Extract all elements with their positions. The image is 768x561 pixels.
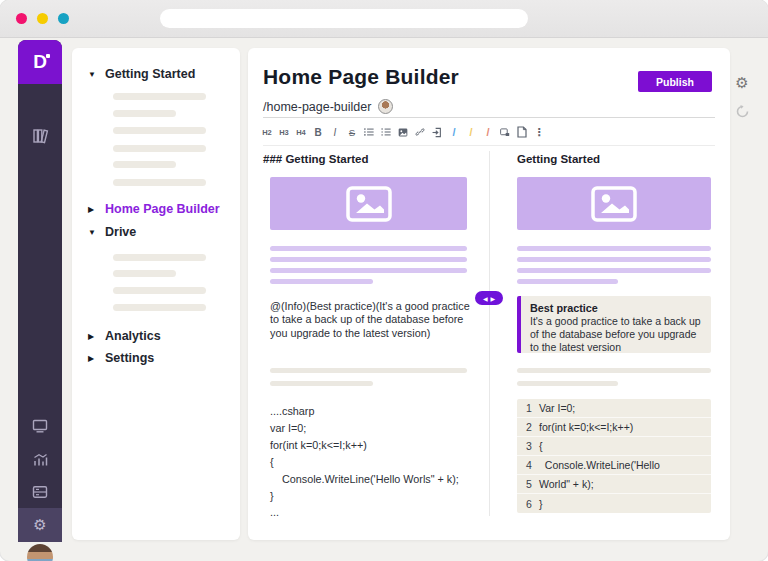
callout-body: It's a good practice to take a back up o… — [530, 315, 702, 354]
analytics-icon[interactable] — [18, 446, 62, 474]
header-divider — [263, 117, 715, 118]
code-text: } — [539, 498, 543, 510]
image-icon — [591, 186, 637, 222]
line-number: 3 — [517, 440, 539, 452]
preview-heading: Getting Started — [517, 153, 600, 165]
code-line: Console.WriteLine('Hello Worls" + k); — [270, 473, 459, 485]
callout-title: Best practice — [530, 302, 702, 314]
red-slash-button[interactable]: / — [483, 125, 493, 139]
nav-item-label: Home Page Builder — [105, 202, 220, 216]
skeleton-line — [113, 145, 206, 152]
code-text: Console.WriteLine('Hello — [539, 459, 660, 471]
user-avatar[interactable] — [27, 544, 53, 561]
pane-resize-handle[interactable]: ◀ ▶ — [475, 291, 503, 305]
numbered-list-button[interactable] — [381, 125, 391, 139]
page-slug-row: /home-page-builder — [263, 99, 393, 114]
image-placeholder — [517, 177, 711, 230]
heading3-button[interactable]: H3 — [279, 125, 289, 139]
monitor-icon[interactable] — [18, 412, 62, 440]
page-title: Home Page Builder — [263, 65, 459, 89]
history-icon[interactable] — [733, 102, 751, 120]
heading2-button[interactable]: H2 — [262, 125, 272, 139]
skeleton-line — [113, 110, 176, 117]
line-number: 6 — [517, 498, 539, 510]
skeleton-line — [113, 93, 206, 100]
close-button[interactable] — [16, 13, 27, 24]
code-row: 2for(int k=0;k<=I;k++) — [517, 418, 711, 437]
publish-button[interactable]: Publish — [638, 71, 712, 92]
knowledge-base-icon[interactable] — [18, 122, 62, 150]
skeleton-line — [113, 161, 176, 168]
markdown-code-source[interactable]: ....csharp var I=0; for(int k=0;k<=I;k++… — [270, 403, 459, 521]
drive-storage-icon[interactable] — [18, 478, 62, 506]
toolbar-divider — [263, 145, 715, 146]
heading4-button[interactable]: H4 — [296, 125, 306, 139]
code-line: { — [270, 456, 274, 468]
yellow-slash-button[interactable]: / — [466, 125, 476, 139]
pane-divider — [489, 151, 490, 516]
more-options-button[interactable]: ⋮ — [534, 125, 544, 139]
skeleton-line — [270, 246, 467, 251]
chevron-right-icon: ▶ — [88, 205, 98, 214]
icon-rail: D ⚙ — [18, 40, 62, 541]
markdown-callout-source[interactable]: @(Info)(Best practice)(It's a good pract… — [270, 300, 474, 340]
skeleton-line — [270, 268, 467, 273]
address-bar[interactable] — [160, 9, 528, 28]
code-preview-block: 1Var I=0; 2for(int k=0;k<=I;k++) 3{ 4 Co… — [517, 399, 711, 513]
bullet-list-button[interactable] — [364, 125, 374, 139]
insert-link-button[interactable] — [415, 125, 425, 139]
nav-item-getting-started[interactable]: ▼ Getting Started — [88, 67, 195, 81]
app-window: D ⚙ ▼ Getting Started ▶ Home Page Build — [0, 0, 768, 561]
skeleton-line — [270, 368, 467, 373]
settings-icon[interactable]: ⚙ — [18, 511, 62, 539]
embed-button[interactable] — [432, 125, 442, 139]
code-row: 3{ — [517, 437, 711, 456]
editor-panel: Home Page Builder /home-page-builder Pub… — [248, 48, 730, 540]
arrow-left-icon: ◀ — [483, 295, 488, 302]
skeleton-line — [113, 304, 206, 311]
code-row: 4 Console.WriteLine('Hello — [517, 456, 711, 475]
code-line: var I=0; — [270, 422, 306, 434]
image-placeholder[interactable] — [270, 177, 467, 230]
nav-item-home-page-builder[interactable]: ▶ Home Page Builder — [88, 202, 220, 216]
italic-button[interactable]: I — [330, 125, 340, 139]
chevron-right-icon: ▶ — [88, 332, 98, 341]
skeleton-line — [517, 279, 618, 284]
skeleton-line — [517, 257, 711, 262]
copy-protect-button[interactable] — [500, 125, 510, 139]
blue-slash-button[interactable]: / — [449, 125, 459, 139]
skeleton-line — [113, 287, 206, 294]
skeleton-line — [517, 381, 618, 386]
skeleton-line — [517, 368, 711, 373]
nav-item-drive[interactable]: ▼ Drive — [88, 225, 136, 239]
code-text: for(int k=0;k<=I;k++) — [539, 421, 633, 433]
line-number: 5 — [517, 478, 539, 490]
skeleton-line — [113, 254, 206, 261]
maximize-button[interactable] — [58, 13, 69, 24]
formatting-toolbar: H2 H3 H4 B I S / / / — [262, 124, 544, 140]
minimize-button[interactable] — [37, 13, 48, 24]
chevron-down-icon: ▼ — [88, 228, 98, 237]
bold-button[interactable]: B — [313, 125, 323, 139]
code-row: 6} — [517, 494, 711, 513]
skeleton-line — [113, 179, 206, 186]
contributor-avatar[interactable] — [378, 99, 393, 114]
page-settings-gear-icon[interactable]: ⚙ — [733, 74, 751, 92]
logo-dot — [46, 54, 50, 58]
line-number: 1 — [517, 402, 539, 414]
chevron-right-icon: ▶ — [88, 354, 98, 363]
line-number: 2 — [517, 421, 539, 433]
document360-logo[interactable]: D — [18, 40, 62, 84]
skeleton-line — [113, 127, 206, 134]
code-line: for(int k=0;k<=I;k++) — [270, 439, 367, 451]
nav-item-label: Drive — [105, 225, 136, 239]
strikethrough-button[interactable]: S — [347, 125, 357, 139]
skeleton-line — [113, 270, 176, 277]
insert-image-button[interactable] — [398, 125, 408, 139]
code-line: ... — [270, 506, 279, 518]
nav-item-analytics[interactable]: ▶ Analytics — [88, 329, 161, 343]
skeleton-line — [517, 246, 711, 251]
best-practice-callout: Best practice It's a good practice to ta… — [517, 296, 711, 353]
nav-item-settings[interactable]: ▶ Settings — [88, 351, 154, 365]
document-button[interactable] — [517, 125, 527, 139]
